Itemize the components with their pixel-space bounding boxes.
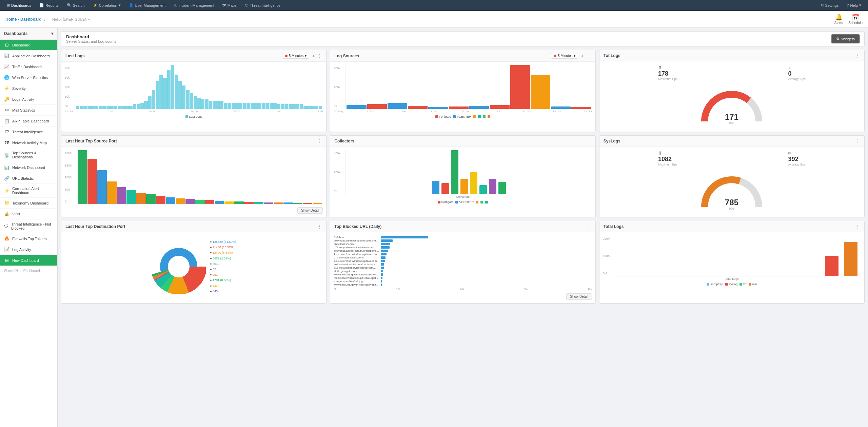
sidebar-item-firewalls-top[interactable]: 🔥 Firewalls Top Talkers — [0, 233, 57, 244]
top-blocked-url-row: 1.au.download.windowsupdata.com/c/... — [334, 253, 592, 256]
txt-logs-avg-eps: ≈ 0 Average Eps — [788, 65, 805, 81]
last-logs-bar — [114, 106, 117, 109]
breadcrumb-bar: Home - Dashboard / Hello, İLKER GÜLENF 🔔… — [0, 11, 868, 28]
nav-search[interactable]: 🔍 Search — [63, 2, 88, 9]
url-label: Safebco — [334, 236, 379, 239]
alerts-button[interactable]: 🔔 Alerts — [834, 14, 843, 25]
src-port-bar — [254, 202, 263, 204]
top-blocked-url-row: 7.au.download.windowsupdata.com/c/... — [334, 259, 592, 263]
widget-collectors: Collectors ⋮ 400k 200k 0k Collector — [330, 135, 595, 217]
sidebar-item-dashboard[interactable]: ⊞ Dashboard — [0, 40, 57, 51]
sidebar-item-login-activity[interactable]: 🔑 Login Activity — [0, 94, 57, 105]
show-hide-dashboards[interactable]: Show / Hide Dashboards — [0, 266, 57, 275]
more-options-icon[interactable]: ⋮ — [317, 53, 322, 59]
nav-help[interactable]: ? Help ▾ — [843, 2, 865, 9]
collectors-body: 400k 200k 0k Collectors Fortigate — [330, 147, 595, 217]
sidebar-item-web-server-stats[interactable]: 🌐 Web Server Statistics — [0, 72, 57, 83]
log-sources-add-icon[interactable]: + — [581, 53, 584, 59]
sidebar-item-network-map[interactable]: 🗺 Network Activity Map — [0, 137, 57, 148]
sidebar-item-app-dashboard[interactable]: 📊 Application Dashboard — [0, 51, 57, 61]
top-blocked-url-show-detail[interactable]: Show Detail — [566, 293, 592, 300]
nav-user-management[interactable]: 👤 User Management — [125, 2, 169, 9]
content-header: Dashboard Server Status, and Log counts … — [61, 31, 865, 46]
tl-legend-syslog: syslog — [725, 283, 738, 286]
nav-dashboards[interactable]: ⊞ Dashboards — [3, 2, 35, 9]
last-logs-x-axis: 23. Jul 02:00 04:00 06:00 08:00 10:00 12… — [65, 110, 323, 113]
log-sources-more-icon[interactable]: ⋮ — [587, 53, 591, 59]
url-icon: 🔗 — [4, 176, 9, 181]
shield-icon: 🛡 — [245, 3, 249, 7]
x-label-1200: 12:00 — [316, 110, 323, 113]
sidebar-item-threat-intel-not-blocked[interactable]: 🛡 Threat Intelligence - Not Blocked — [0, 219, 57, 233]
widgets-button[interactable]: ⚙ Widgets — [831, 34, 860, 43]
log-sources-bar — [469, 106, 489, 109]
sidebar-header[interactable]: Dashboards ▾ — [0, 28, 57, 40]
chevron-icon: ▾ — [51, 31, 53, 36]
schedule-button[interactable]: 📅 Schedule — [848, 14, 863, 25]
collectors-more-icon[interactable]: ⋮ — [587, 138, 591, 144]
total-logs-title: Total Logs — [604, 224, 624, 229]
sidebar-item-vpn[interactable]: 🔒 VPN — [0, 209, 57, 219]
url-x-40k: 40k — [588, 288, 592, 291]
sidebar-item-arp-table[interactable]: 📋 ARP Table Dashboard — [0, 116, 57, 127]
top-blocked-url-more-icon[interactable]: ⋮ — [587, 224, 591, 229]
top-source-port-show-detail[interactable]: Show Detail — [297, 207, 323, 214]
widget-txt-logs: Txt Logs ⋮ ⬆ 178 Maximum Eps ≈ — [599, 50, 865, 132]
src-port-bar — [136, 193, 146, 204]
top-blocked-url-row: p72-contacts.icloud.com/ — [334, 256, 592, 259]
sidebar-item-threat-intel[interactable]: 🛡 Threat Intelligence — [0, 127, 57, 137]
last-logs-bar — [232, 103, 235, 109]
widget-txt-logs-header: Txt Logs ⋮ — [599, 50, 864, 61]
txt-logs-more-icon[interactable]: ⋮ — [855, 53, 860, 58]
nav-settings[interactable]: ⚙ Settings — [817, 2, 842, 9]
txt-logs-avg-label: Average Eps — [788, 77, 805, 81]
collectors-title: Collectors — [334, 139, 354, 143]
url-label: racailserver/racailsetup/Recall.appli... — [334, 276, 379, 279]
dashboard-icon: ⊞ — [4, 42, 9, 47]
nav-reports[interactable]: 📄 Reports — [36, 2, 62, 9]
sidebar-item-log-activity[interactable]: 📝 Log Activity — [0, 244, 57, 255]
sidebar-item-correlation-alert[interactable]: ⚡ Correlation Alert Dashboard — [0, 184, 57, 198]
last-logs-bar — [262, 103, 265, 109]
log-sources-time-badge[interactable]: 5 Minutes ▾ — [551, 53, 578, 59]
top-dest-port-labels: ● 185480 (71.69%) ● 21458 (10.57%) ● 124… — [210, 239, 236, 294]
top-blocked-url-row: static.gc.apple.com — [334, 270, 592, 273]
network-map-icon: 🗺 — [4, 140, 9, 145]
sidebar-item-traffic-dashboard[interactable]: 📈 Traffic Dashboard — [0, 61, 57, 72]
last-logs-bar — [277, 104, 280, 109]
sidebar-item-severity[interactable]: ⚡ Severity — [0, 83, 57, 94]
donut-label-6: ● 251 — [210, 272, 236, 277]
nav-threat-intelligence[interactable]: 🛡 Threat Intelligence — [241, 2, 284, 9]
last-logs-bar — [197, 98, 201, 109]
total-logs-controls: ⋮ — [855, 224, 860, 229]
sidebar-item-url-statistic[interactable]: 🔗 URL Statistic — [0, 173, 57, 184]
breadcrumb-home[interactable]: Home - Dashboard — [5, 17, 42, 22]
log-sources-x-axis: 27. May 2. Jun 10. Jun 17. Jun 24. Jun 1… — [334, 110, 592, 113]
nav-maps[interactable]: 🗺 Maps — [219, 2, 240, 9]
sidebar-item-top-sources[interactable]: 📡 Top Sources & Destinations — [0, 148, 57, 162]
sidebar-item-mail-stats[interactable]: ✉ Mail Statistics — [0, 105, 57, 116]
sidebar-item-network-dash[interactable]: 📊 Network Dashboard — [0, 162, 57, 173]
url-bar — [381, 253, 387, 255]
x-label-0600: 06:00 — [191, 110, 198, 113]
add-widget-icon[interactable]: + — [312, 53, 315, 59]
top-blocked-url-x-axis: 0k 10k 20k 30k 40k — [334, 288, 592, 291]
last-logs-bar — [129, 106, 133, 109]
legend-dot-blue2 — [483, 115, 486, 118]
collectors-bar — [470, 172, 477, 194]
top-source-port-more-icon[interactable]: ⋮ — [317, 138, 322, 144]
user-icon: 👤 — [129, 3, 134, 7]
top-dest-port-more-icon[interactable]: ⋮ — [317, 224, 322, 229]
sp-y-500: 500 — [65, 188, 77, 191]
top-blocked-url-row: www.sanliurfa.gov.tr/Icank/css/resh... — [334, 283, 592, 286]
collectors-bar — [460, 179, 468, 194]
syslogs-more-icon[interactable]: ⋮ — [855, 138, 860, 144]
total-logs-more-icon[interactable]: ⋮ — [855, 224, 860, 229]
sidebar-item-new-dashboard[interactable]: ⊞ New Dashboard — [0, 255, 57, 266]
last-logs-bar — [87, 106, 91, 109]
nav-correlation[interactable]: ⚡ Correlation ▾ — [90, 2, 124, 9]
last-logs-bar — [265, 103, 269, 109]
sidebar-item-taxonomy[interactable]: 📁 Taxonomy Dashboard — [0, 198, 57, 209]
nav-incident-management[interactable]: ⚠ Incident Management — [170, 2, 218, 9]
last-logs-time-badge[interactable]: 5 Minutes ▾ — [282, 53, 309, 59]
